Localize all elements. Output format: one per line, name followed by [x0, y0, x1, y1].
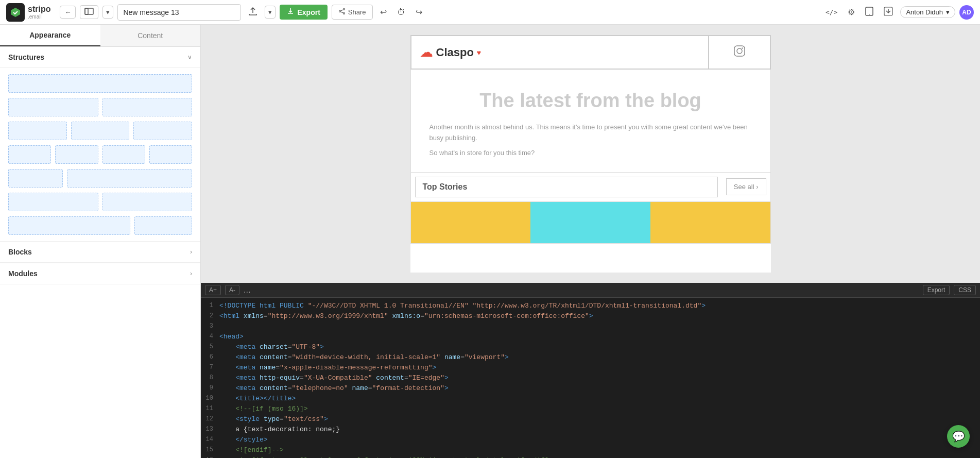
code-view-button[interactable]: </>	[822, 6, 840, 18]
struct-block-narrow[interactable]	[134, 216, 192, 235]
code-line: 5 <meta charset="UTF-8">	[201, 343, 980, 353]
redo-button[interactable]: ↪	[412, 5, 425, 19]
struct-block-4col-b[interactable]	[55, 145, 98, 164]
code-line: 2<html xmlns="http://www.w3.org/1999/xht…	[201, 312, 980, 323]
struct-block-2col-a[interactable]	[8, 98, 98, 116]
code-line: 3	[201, 323, 980, 333]
message-title-input[interactable]: New message 13	[117, 4, 241, 21]
increase-font-button[interactable]: A+	[205, 285, 221, 295]
gear-icon: ⚙	[848, 7, 855, 17]
code-line: 14 </style>	[201, 436, 980, 446]
claspo-heart-icon: ♥	[477, 48, 481, 57]
line-text: a {text-decoration: none;}	[219, 426, 980, 436]
modules-label: Modules	[8, 269, 38, 278]
structures-section-header[interactable]: Structures ∨	[0, 47, 200, 68]
line-text: <style type="text/css">	[219, 415, 980, 426]
code-line: 11 <!--[if (mso 16)]>	[201, 405, 980, 415]
upload-dropdown-button[interactable]: ▾	[265, 6, 276, 19]
logo-sub: .email	[28, 14, 50, 20]
code-line: 9 <meta content="telephone=no" name="for…	[201, 384, 980, 395]
svg-point-2	[343, 9, 345, 10]
panel-tabs: Appearance Content	[0, 25, 200, 47]
code-export-button[interactable]: Export	[923, 285, 950, 295]
user-menu-button[interactable]: Anton Diduh ▾	[900, 6, 955, 18]
line-number: 7	[201, 364, 219, 374]
modules-section-header[interactable]: Modules ›	[0, 263, 200, 284]
layout-dropdown-button[interactable]: ▾	[102, 6, 113, 19]
code-line: 8 <meta http-equiv="X-UA-Compatible" con…	[201, 374, 980, 384]
share-button[interactable]: Share	[332, 5, 373, 20]
struct-row-6	[8, 193, 192, 211]
struct-block-3col-c[interactable]	[133, 122, 192, 140]
device-icon	[865, 7, 873, 18]
struct-block-sidebar-l[interactable]	[8, 169, 63, 188]
claspo-brand-text: Claspo	[436, 46, 474, 59]
blocks-label: Blocks	[8, 248, 32, 256]
struct-row-3	[8, 122, 192, 140]
code-css-button[interactable]: CSS	[954, 285, 976, 295]
chat-bubble-button[interactable]: 💬	[947, 425, 970, 448]
line-text: <!DOCTYPE html PUBLIC "-//W3C//DTD XHTML…	[219, 302, 980, 312]
tab-content[interactable]: Content	[100, 25, 201, 46]
struct-block-4col-c[interactable]	[102, 145, 145, 164]
code-line: 13 a {text-decoration: none;}	[201, 426, 980, 436]
download-icon	[884, 7, 893, 18]
back-button[interactable]: ←	[60, 6, 76, 19]
see-all-button[interactable]: See all ›	[726, 178, 766, 195]
export-button[interactable]: Export	[280, 5, 327, 20]
line-number: 12	[201, 415, 219, 426]
undo-button[interactable]: ↩	[377, 5, 390, 19]
topbar: stripo .email ← ▾ New message 13 ▾	[0, 0, 980, 25]
history-button[interactable]: ⏱	[394, 6, 408, 19]
struct-block-1col[interactable]	[8, 74, 192, 93]
chat-icon: 💬	[952, 430, 965, 443]
header-icon-cell	[709, 35, 771, 70]
line-number: 10	[201, 395, 219, 405]
line-text: <meta charset="UTF-8">	[219, 343, 980, 353]
decrease-font-button[interactable]: A-	[225, 285, 239, 295]
main-layout: Appearance Content Structures ∨	[0, 25, 980, 458]
tab-appearance[interactable]: Appearance	[0, 25, 100, 46]
code-content[interactable]: 1<!DOCTYPE html PUBLIC "-//W3C//DTD XHTM…	[201, 298, 980, 458]
line-text: <meta http-equiv="X-UA-Compatible" conte…	[219, 374, 980, 384]
upload-button[interactable]	[245, 5, 261, 20]
struct-block-2col-b[interactable]	[102, 98, 193, 116]
struct-block-3col-b[interactable]	[71, 122, 130, 140]
card-yellow-1	[411, 202, 531, 243]
blocks-chevron-icon: ›	[190, 248, 192, 256]
struct-block-3col-a[interactable]	[8, 122, 67, 140]
line-number: 8	[201, 374, 219, 384]
struct-block-main-l2[interactable]	[8, 193, 98, 211]
blocks-section-header[interactable]: Blocks ›	[0, 241, 200, 263]
structures-grid	[0, 68, 200, 241]
struct-block-sidebar-r2[interactable]	[102, 193, 193, 211]
line-text: <head>	[219, 333, 980, 343]
email-container: ☁ Claspo ♥	[410, 35, 771, 273]
download-button[interactable]	[881, 5, 896, 20]
code-line: 10 <title></title>	[201, 395, 980, 405]
struct-block-wide[interactable]	[8, 216, 130, 235]
line-number: 5	[201, 343, 219, 353]
instagram-icon	[733, 45, 746, 60]
avatar: AD	[959, 5, 974, 20]
preview-mode-button[interactable]	[80, 5, 98, 19]
struct-block-main-r[interactable]	[67, 169, 193, 188]
struct-block-4col-a[interactable]	[8, 145, 51, 164]
structures-chevron-icon: ∨	[187, 54, 192, 61]
back-icon: ←	[64, 8, 71, 16]
undo-icon: ↩	[380, 7, 387, 17]
svg-point-4	[339, 11, 340, 12]
code-more-icon[interactable]: ...	[244, 285, 250, 295]
line-number: 14	[201, 436, 219, 446]
chevron-down-icon: ▾	[106, 8, 110, 16]
code-line: 1<!DOCTYPE html PUBLIC "-//W3C//DTD XHTM…	[201, 302, 980, 312]
settings-button[interactable]: ⚙	[845, 5, 858, 19]
export-icon	[287, 8, 294, 16]
device-preview-button[interactable]	[862, 5, 876, 20]
line-text: <title></title>	[219, 395, 980, 405]
line-number: 15	[201, 446, 219, 456]
canvas-area: ☁ Claspo ♥	[201, 25, 980, 283]
struct-block-4col-d[interactable]	[149, 145, 192, 164]
blog-body: Another month is almost behind us. This …	[429, 122, 752, 144]
logo-area: stripo .email	[6, 3, 50, 22]
